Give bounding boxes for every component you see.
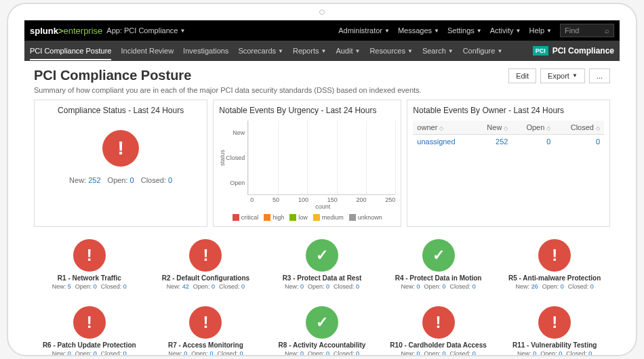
compliance-status-icon — [102, 130, 139, 167]
alert-icon — [73, 239, 106, 272]
nav-incident-review[interactable]: Incident Review — [121, 47, 174, 55]
nav-investigations[interactable]: Investigations — [183, 47, 228, 55]
check-icon — [306, 306, 338, 339]
card-r8[interactable]: R8 - Activity AccountabilityNew: 0Open: … — [266, 299, 378, 355]
col-owner[interactable]: owner ◇ — [413, 121, 474, 135]
search-input[interactable]: Find ⌕ — [560, 24, 614, 37]
pci-badge: PCI — [533, 46, 548, 56]
y-axis-label: status — [219, 121, 226, 195]
compliance-counts: New: 252 Open: 0 Closed: 0 — [69, 176, 172, 184]
legend-medium: medium — [313, 214, 344, 221]
nav-configure[interactable]: Configure ▼ — [463, 47, 503, 55]
app-name: PCI Compliance — [552, 46, 614, 56]
card-status: New: 0Open: 0Closed: 0 — [386, 283, 491, 290]
edit-button[interactable]: Edit — [508, 68, 536, 83]
top-menu-activity[interactable]: Activity ▼ — [490, 26, 521, 35]
check-icon — [306, 239, 338, 272]
card-r2[interactable]: R2 - Default ConfigurationsNew: 42Open: … — [150, 232, 262, 294]
nav-pci-compliance-posture[interactable]: PCI Compliance Posture — [30, 47, 111, 60]
nav-scorecards[interactable]: Scorecards ▼ — [238, 47, 283, 55]
top-menu-help[interactable]: Help ▼ — [529, 26, 552, 35]
card-status: New: 0Open: 0Closed: 0 — [153, 350, 259, 355]
more-button[interactable]: ... — [589, 68, 610, 83]
alert-icon — [73, 306, 106, 339]
alert-icon — [189, 306, 222, 339]
card-r3[interactable]: R3 - Protect Data at RestNew: 0Open: 0Cl… — [266, 232, 378, 294]
nav-reports[interactable]: Reports ▼ — [293, 47, 326, 55]
card-title: R11 - Vulnerability Testing — [502, 341, 607, 349]
card-title: R6 - Patch Update Protection — [37, 341, 142, 349]
owner-table[interactable]: owner ◇ New ◇ Open ◇ Closed ◇ unassigned… — [413, 121, 604, 148]
legend-critical: critical — [233, 214, 259, 221]
card-r11[interactable]: R11 - Vulnerability TestingNew: 0Open: 0… — [499, 299, 610, 355]
alert-icon — [538, 239, 571, 272]
app-selector[interactable]: App: PCI Compliance▼ — [106, 26, 185, 35]
chart-legend: criticalhighlowmediumunknown — [219, 214, 395, 221]
card-r1[interactable]: R1 - Network TrafficNew: 5Open: 0Closed:… — [34, 232, 145, 294]
navbar: PCI Compliance PostureIncident ReviewInv… — [24, 41, 620, 61]
card-title: R4 - Protect Data in Motion — [386, 274, 491, 282]
card-title: R5 - Anti-malware Protection — [502, 274, 607, 282]
nav-resources[interactable]: Resources ▼ — [369, 47, 413, 55]
legend-unknown: unknown — [349, 214, 382, 221]
card-status: New: 0Open: 0Closed: 0 — [37, 350, 142, 355]
page-subtitle: Summary of how compliant you are in each… — [34, 86, 610, 94]
page-title: PCI Compliance Posture — [34, 68, 191, 83]
card-title: R8 - Activity Accountability — [269, 341, 375, 349]
card-status: New: 5Open: 0Closed: 0 — [37, 283, 142, 290]
bar-chart[interactable] — [247, 121, 395, 195]
card-title: R2 - Default Configurations — [153, 274, 259, 282]
x-axis-label: count — [250, 203, 395, 210]
nav-search[interactable]: Search ▼ — [422, 47, 454, 55]
device-camera — [319, 9, 325, 15]
card-status: New: 0Open: 0Closed: 0 — [386, 350, 491, 355]
topbar: splunk>enterprise App: PCI Compliance▼ A… — [24, 20, 620, 41]
x-axis-ticks: 050100150200250 — [250, 196, 395, 203]
col-new[interactable]: New ◇ — [474, 121, 512, 135]
card-status: New: 26Open: 0Closed: 0 — [502, 283, 607, 290]
legend-low: low — [289, 214, 308, 221]
card-status: New: 0Open: 0Closed: 0 — [269, 283, 375, 290]
card-title: R10 - Cardholder Data Access — [386, 341, 491, 349]
card-title: R3 - Protect Data at Rest — [269, 274, 375, 282]
alert-icon — [538, 306, 571, 339]
export-button[interactable]: Export▼ — [540, 68, 585, 83]
card-r6[interactable]: R6 - Patch Update ProtectionNew: 0Open: … — [34, 299, 145, 355]
card-status: New: 0Open: 0Closed: 0 — [502, 350, 607, 355]
table-row[interactable]: unassigned 252 0 0 — [413, 135, 604, 149]
panel-title: Notable Events By Owner - Last 24 Hours — [413, 106, 604, 115]
top-menu-administrator[interactable]: Administrator ▼ — [338, 26, 390, 35]
panel-title: Notable Events By Urgency - Last 24 Hour… — [219, 106, 395, 115]
col-closed[interactable]: Closed ◇ — [555, 121, 604, 135]
alert-icon — [422, 306, 455, 339]
top-menu-messages[interactable]: Messages ▼ — [398, 26, 439, 35]
logo: splunk>enterprise — [30, 26, 102, 36]
card-r10[interactable]: R10 - Cardholder Data AccessNew: 0Open: … — [383, 299, 494, 355]
card-title: R7 - Access Monitoring — [153, 341, 259, 349]
card-title: R1 - Network Traffic — [37, 274, 142, 282]
card-r7[interactable]: R7 - Access MonitoringNew: 0Open: 0Close… — [150, 299, 262, 355]
card-status: New: 0Open: 0Closed: 0 — [269, 350, 375, 355]
panel-title: Compliance Status - Last 24 Hours — [58, 106, 184, 115]
card-status: New: 42Open: 0Closed: 0 — [153, 283, 259, 290]
panel-owner-table: Notable Events By Owner - Last 24 Hours … — [407, 100, 610, 227]
panel-compliance-status: Compliance Status - Last 24 Hours New: 2… — [34, 100, 207, 227]
alert-icon — [189, 239, 222, 272]
search-icon: ⌕ — [605, 26, 609, 35]
panel-urgency-chart: Notable Events By Urgency - Last 24 Hour… — [213, 100, 401, 227]
card-r5[interactable]: R5 - Anti-malware ProtectionNew: 26Open:… — [499, 232, 610, 294]
check-icon — [422, 239, 455, 272]
col-open[interactable]: Open ◇ — [512, 121, 555, 135]
top-menu-settings[interactable]: Settings ▼ — [447, 26, 482, 35]
card-r4[interactable]: R4 - Protect Data in MotionNew: 0Open: 0… — [383, 232, 494, 294]
legend-high: high — [264, 214, 284, 221]
nav-audit[interactable]: Audit ▼ — [336, 47, 360, 55]
